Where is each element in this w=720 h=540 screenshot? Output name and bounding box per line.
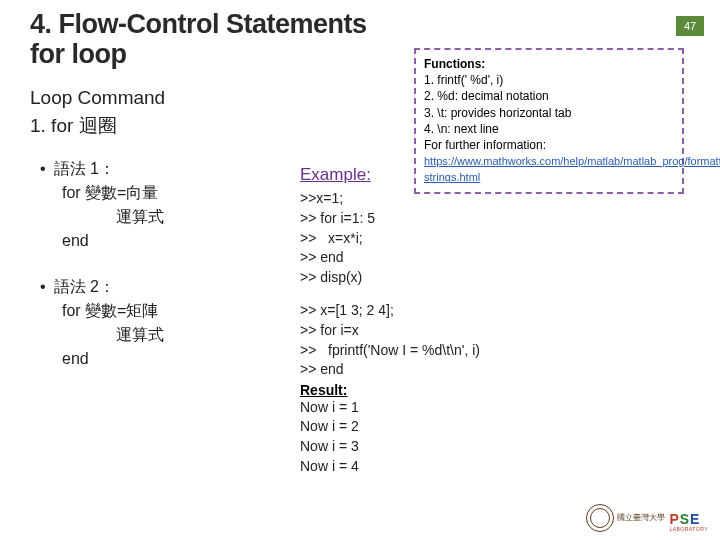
pse-e: E bbox=[690, 511, 700, 527]
syntax1-line2: 運算式 bbox=[40, 205, 270, 229]
example-label: Example: bbox=[300, 165, 371, 185]
code-block-1: >>x=1; >> for i=1: 5 >> x=x*i; >> end >>… bbox=[300, 189, 690, 287]
code-block-2: >> x=[1 3; 2 4]; >> for i=x >> fprintf('… bbox=[300, 301, 690, 379]
syntax-block-1: •語法 1： for 變數=向量 運算式 end bbox=[40, 157, 270, 253]
title-line-1: 4. Flow-Control Statements bbox=[30, 9, 367, 39]
info-item-2: 2. %d: decimal notation bbox=[424, 88, 674, 104]
pse-s: S bbox=[680, 511, 690, 527]
syntax-block-2: •語法 2： for 變數=矩陣 運算式 end bbox=[40, 275, 270, 371]
result-label: Result: bbox=[300, 382, 690, 398]
info-item-3: 3. \t: provides horizontal tab bbox=[424, 105, 674, 121]
info-title: Functions: bbox=[424, 56, 674, 72]
bullet-icon: • bbox=[40, 157, 46, 181]
bullet-icon: • bbox=[40, 275, 46, 299]
pse-logo: PSE bbox=[669, 513, 708, 526]
lab-text: LABORATORY bbox=[669, 526, 708, 532]
result-output: Now i = 1 Now i = 2 Now i = 3 Now i = 4 bbox=[300, 398, 690, 476]
syntax-column: •語法 1： for 變數=向量 運算式 end •語法 2： for 變數=矩… bbox=[30, 157, 270, 490]
slide: 47 4. Flow-Control Statements for loop F… bbox=[0, 0, 720, 540]
title-line-2: for loop bbox=[30, 39, 126, 69]
info-item-4: 4. \n: next line bbox=[424, 121, 674, 137]
info-further: For further information: bbox=[424, 137, 674, 153]
syntax1-head: 語法 1： bbox=[54, 157, 115, 181]
syntax2-line2: 運算式 bbox=[40, 323, 270, 347]
content-columns: •語法 1： for 變數=向量 運算式 end •語法 2： for 變數=矩… bbox=[30, 157, 690, 490]
syntax2-line3: end bbox=[40, 347, 270, 371]
page-number: 47 bbox=[676, 16, 704, 36]
syntax2-head: 語法 2： bbox=[54, 275, 115, 299]
info-item-1: 1. frintf(' %d', i) bbox=[424, 72, 674, 88]
ntu-seal-icon bbox=[586, 504, 614, 532]
example-column: Example: >>x=1; >> for i=1: 5 >> x=x*i; … bbox=[300, 157, 690, 490]
syntax2-line1: for 變數=矩陣 bbox=[40, 299, 270, 323]
syntax1-line3: end bbox=[40, 229, 270, 253]
footer-logo: 國立臺灣大學 PSE LABORATORY bbox=[586, 504, 708, 532]
ntu-text: 國立臺灣大學 bbox=[617, 514, 665, 522]
pse-p: P bbox=[669, 511, 679, 527]
syntax1-line1: for 變數=向量 bbox=[40, 181, 270, 205]
